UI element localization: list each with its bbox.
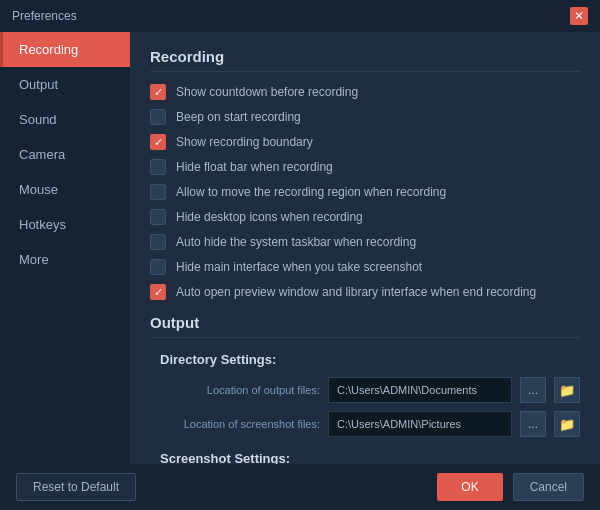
- sidebar-item-sound[interactable]: Sound: [0, 102, 130, 137]
- checkbox-row-taskbar: Auto hide the system taskbar when record…: [150, 234, 580, 250]
- checkbox-moveregion[interactable]: [150, 184, 166, 200]
- checkbox-boundary[interactable]: ✓: [150, 134, 166, 150]
- output-path-input[interactable]: [328, 377, 512, 403]
- output-section-title: Output: [150, 314, 580, 338]
- checkbox-maininterface[interactable]: [150, 259, 166, 275]
- output-dots-button[interactable]: ...: [520, 377, 546, 403]
- checkbox-row-preview: ✓Auto open preview window and library in…: [150, 284, 580, 300]
- output-section: Output Directory Settings: Location of o…: [150, 314, 580, 464]
- screenshot-folder-button[interactable]: 📁: [554, 411, 580, 437]
- sidebar-item-more[interactable]: More: [0, 242, 130, 277]
- checkbox-row-floatbar: Hide float bar when recording: [150, 159, 580, 175]
- folder-icon-2: 📁: [559, 417, 575, 432]
- checkbox-floatbar[interactable]: [150, 159, 166, 175]
- titlebar: Preferences ✕: [0, 0, 600, 32]
- checkbox-label-countdown: Show countdown before recording: [176, 85, 358, 99]
- checkbox-taskbar[interactable]: [150, 234, 166, 250]
- preferences-dialog: Preferences ✕ Recording Output Sound Cam…: [0, 0, 600, 510]
- checkbox-preview[interactable]: ✓: [150, 284, 166, 300]
- checkbox-row-countdown: ✓Show countdown before recording: [150, 84, 580, 100]
- main-area: Recording Output Sound Camera Mouse Hotk…: [0, 32, 600, 464]
- checkbox-row-boundary: ✓Show recording boundary: [150, 134, 580, 150]
- checkbox-label-floatbar: Hide float bar when recording: [176, 160, 333, 174]
- output-folder-button[interactable]: 📁: [554, 377, 580, 403]
- close-button[interactable]: ✕: [570, 7, 588, 25]
- screenshot-settings-title: Screenshot Settings:: [160, 451, 580, 464]
- titlebar-title: Preferences: [12, 9, 77, 23]
- ok-button[interactable]: OK: [437, 473, 502, 501]
- reset-button[interactable]: Reset to Default: [16, 473, 136, 501]
- recording-section-title: Recording: [150, 48, 580, 72]
- checkbox-label-beep: Beep on start recording: [176, 110, 301, 124]
- output-field-row: Location of output files: ... 📁: [160, 377, 580, 403]
- checkbox-label-maininterface: Hide main interface when you take screen…: [176, 260, 422, 274]
- checkbox-label-desktopicons: Hide desktop icons when recording: [176, 210, 363, 224]
- screenshot-path-input[interactable]: [328, 411, 512, 437]
- screenshot-field-row: Location of screenshot files: ... 📁: [160, 411, 580, 437]
- checkbox-beep[interactable]: [150, 109, 166, 125]
- output-label: Location of output files:: [160, 384, 320, 396]
- checkbox-row-desktopicons: Hide desktop icons when recording: [150, 209, 580, 225]
- checkbox-countdown[interactable]: ✓: [150, 84, 166, 100]
- sidebar-item-camera[interactable]: Camera: [0, 137, 130, 172]
- checkboxes-container: ✓Show countdown before recordingBeep on …: [150, 84, 580, 300]
- checkbox-row-moveregion: Allow to move the recording region when …: [150, 184, 580, 200]
- screenshot-dots-button[interactable]: ...: [520, 411, 546, 437]
- content-area: Recording ✓Show countdown before recordi…: [130, 32, 600, 464]
- cancel-button[interactable]: Cancel: [513, 473, 584, 501]
- sidebar-item-output[interactable]: Output: [0, 67, 130, 102]
- checkbox-label-taskbar: Auto hide the system taskbar when record…: [176, 235, 416, 249]
- checkbox-label-preview: Auto open preview window and library int…: [176, 285, 536, 299]
- screenshot-label: Location of screenshot files:: [160, 418, 320, 430]
- checkbox-row-maininterface: Hide main interface when you take screen…: [150, 259, 580, 275]
- footer-right: OK Cancel: [437, 473, 584, 501]
- sidebar-item-recording[interactable]: Recording: [0, 32, 130, 67]
- checkbox-row-beep: Beep on start recording: [150, 109, 580, 125]
- checkbox-label-boundary: Show recording boundary: [176, 135, 313, 149]
- sidebar-item-mouse[interactable]: Mouse: [0, 172, 130, 207]
- sidebar: Recording Output Sound Camera Mouse Hotk…: [0, 32, 130, 464]
- checkbox-label-moveregion: Allow to move the recording region when …: [176, 185, 446, 199]
- checkbox-desktopicons[interactable]: [150, 209, 166, 225]
- directory-settings-title: Directory Settings:: [160, 352, 580, 367]
- sidebar-item-hotkeys[interactable]: Hotkeys: [0, 207, 130, 242]
- folder-icon: 📁: [559, 383, 575, 398]
- footer: Reset to Default OK Cancel: [0, 464, 600, 510]
